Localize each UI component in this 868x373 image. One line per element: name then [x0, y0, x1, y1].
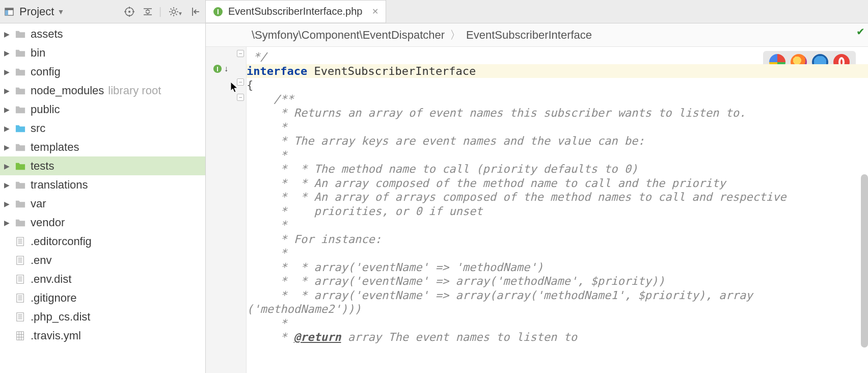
- inspection-ok-icon[interactable]: ✔: [856, 25, 865, 38]
- editor: \Symfony\Component\EventDispatcher 〉 Eve…: [206, 23, 868, 373]
- code-line: /**: [247, 93, 294, 105]
- folder-icon: [14, 104, 26, 115]
- tree-item-label: .env.dist: [31, 273, 71, 286]
- disclosure-icon[interactable]: ▶: [2, 219, 11, 227]
- code-line: * * The method name to call (priority de…: [247, 163, 638, 175]
- file-icon: [14, 274, 26, 285]
- tree-item-label: .gitignore: [31, 291, 77, 305]
- tree-row-translations[interactable]: ▶translations: [0, 175, 205, 194]
- code-line: * For instance:: [247, 233, 382, 246]
- type-name: EventSubscriberInterface: [307, 65, 476, 77]
- tree-row-config[interactable]: ▶config: [0, 62, 205, 81]
- gutter-interface-icon[interactable]: [213, 64, 222, 76]
- tree-row-public[interactable]: ▶public: [0, 100, 205, 119]
- project-tool-window-header[interactable]: Project ▼ | ▼: [0, 0, 206, 23]
- phpdoc-tag: @return: [294, 331, 341, 343]
- tree-item-label: config: [31, 65, 61, 78]
- disclosure-icon[interactable]: ▶: [2, 200, 11, 208]
- folder-icon: [14, 198, 26, 209]
- tree-row--gitignore[interactable]: ▶.gitignore: [0, 288, 205, 307]
- disclosure-icon[interactable]: ▶: [2, 124, 11, 132]
- mouse-cursor-icon: [230, 82, 239, 96]
- tree-row--travis-yml[interactable]: ▶.travis.yml: [0, 326, 205, 345]
- file-icon: [14, 330, 26, 341]
- disclosure-icon[interactable]: ▶: [2, 30, 11, 38]
- code-line: * @return array The event names to liste…: [247, 331, 577, 343]
- project-tree[interactable]: ▶assets▶bin▶config▶node_moduleslibrary r…: [0, 23, 206, 373]
- folder-icon: [14, 123, 26, 134]
- project-title: Project: [19, 5, 54, 18]
- implementations-marker-icon[interactable]: ↓: [224, 64, 228, 73]
- code-line: * * array('eventName' => array(array('me…: [247, 289, 752, 302]
- tree-item-label: var: [31, 197, 46, 210]
- tree-item-label: .php_cs.dist: [31, 310, 90, 324]
- project-view-dropdown-icon[interactable]: ▼: [57, 8, 64, 16]
- code-line: * * array('eventName' => array('methodNa…: [247, 275, 665, 287]
- disclosure-icon[interactable]: ▶: [2, 181, 11, 189]
- code-line: * Returns an array of event names this s…: [247, 106, 746, 119]
- disclosure-icon[interactable]: ▶: [2, 68, 11, 76]
- tree-row-tests[interactable]: ▶tests: [0, 156, 205, 175]
- folder-icon: [14, 142, 26, 153]
- folder-icon: [14, 47, 26, 59]
- breadcrumb-namespace[interactable]: \Symfony\Component\EventDispatcher: [247, 29, 450, 42]
- file-icon: [14, 311, 26, 323]
- folder-icon: [14, 66, 26, 77]
- folder-icon: [14, 85, 26, 96]
- folder-icon: [14, 29, 26, 40]
- disclosure-icon[interactable]: ▶: [2, 87, 11, 95]
- keyword: interface: [247, 65, 307, 77]
- folder-icon: [14, 179, 26, 191]
- tree-row-var[interactable]: ▶var: [0, 194, 205, 213]
- file-icon: [14, 236, 26, 247]
- code-line: *: [247, 121, 287, 134]
- code-line: * priorities, or 0 if unset: [247, 205, 483, 218]
- file-icon: [14, 255, 26, 266]
- tree-item-label: .editorconfig: [31, 235, 92, 248]
- code-line: *: [247, 149, 287, 162]
- tree-item-label: tests: [31, 159, 54, 173]
- editor-tab[interactable]: EventSubscriberInterface.php ✕: [206, 0, 386, 23]
- file-icon: [14, 292, 26, 304]
- breadcrumb[interactable]: \Symfony\Component\EventDispatcher 〉 Eve…: [206, 23, 868, 47]
- tree-row--editorconfig[interactable]: ▶.editorconfig: [0, 232, 205, 251]
- breadcrumb-separator-icon: 〉: [450, 28, 461, 43]
- tree-row--env-dist[interactable]: ▶.env.dist: [0, 270, 205, 288]
- breadcrumb-class[interactable]: EventSubscriberInterface: [461, 29, 597, 42]
- tree-item-label: .travis.yml: [31, 329, 81, 342]
- current-line-highlight: interface EventSubscriberInterface: [247, 64, 868, 78]
- disclosure-icon[interactable]: ▶: [2, 162, 11, 170]
- collapse-all-button[interactable]: [142, 6, 154, 18]
- tree-row-src[interactable]: ▶src: [0, 119, 205, 138]
- hide-tool-window-button[interactable]: [189, 6, 201, 18]
- code-line: */: [247, 50, 267, 63]
- code-area[interactable]: */ interface EventSubscriberInterface{ /…: [247, 47, 868, 373]
- locate-file-button[interactable]: [123, 6, 135, 18]
- tree-row--env[interactable]: ▶.env: [0, 251, 205, 270]
- tree-item-hint: library root: [108, 84, 161, 97]
- tree-row-node_modules[interactable]: ▶node_moduleslibrary root: [0, 81, 205, 100]
- editor-tab-bar: EventSubscriberInterface.php ✕: [206, 0, 868, 23]
- settings-dropdown-icon[interactable]: ▼: [178, 11, 183, 16]
- code-line: *: [247, 219, 287, 231]
- tree-item-label: assets: [31, 28, 63, 41]
- tree-row--php_cs-dist[interactable]: ▶.php_cs.dist: [0, 307, 205, 326]
- tree-item-label: public: [31, 103, 60, 116]
- tree-item-label: templates: [31, 141, 79, 154]
- tab-filename: EventSubscriberInterface.php: [228, 6, 363, 17]
- editor-gutter[interactable]: ↓ − − −: [206, 47, 247, 373]
- code-line: *: [247, 317, 287, 330]
- topbar: Project ▼ | ▼ EventSubscriberInterface.p…: [0, 0, 868, 23]
- fold-handle[interactable]: −: [237, 50, 244, 57]
- tab-close-icon[interactable]: ✕: [372, 7, 378, 16]
- folder-icon: [14, 217, 26, 228]
- tree-item-label: bin: [31, 46, 45, 60]
- tree-row-vendor[interactable]: ▶vendor: [0, 213, 205, 232]
- disclosure-icon[interactable]: ▶: [2, 105, 11, 114]
- scrollbar-thumb[interactable]: [861, 174, 868, 348]
- tree-row-bin[interactable]: ▶bin: [0, 43, 205, 62]
- tree-row-assets[interactable]: ▶assets: [0, 24, 205, 43]
- disclosure-icon[interactable]: ▶: [2, 143, 11, 151]
- disclosure-icon[interactable]: ▶: [2, 49, 11, 57]
- tree-row-templates[interactable]: ▶templates: [0, 138, 205, 156]
